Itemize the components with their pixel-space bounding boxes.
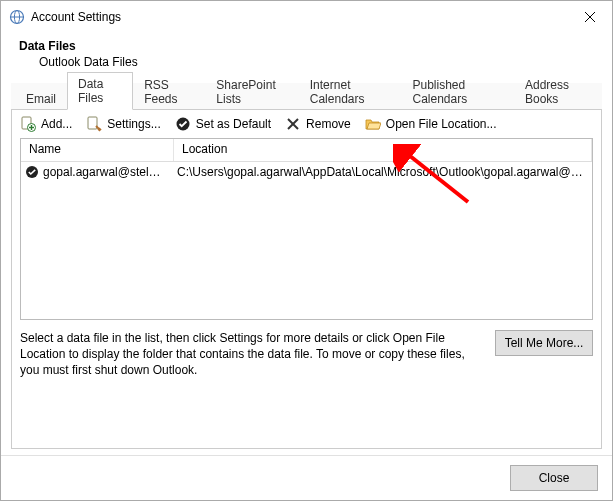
list-header: Name Location bbox=[21, 139, 592, 162]
data-files-list[interactable]: Name Location gopal.agarwal@stel bbox=[20, 138, 593, 320]
svg-rect-9 bbox=[88, 117, 97, 129]
tab-email[interactable]: Email bbox=[15, 87, 67, 110]
folder-open-icon bbox=[365, 116, 381, 132]
settings-label: Settings... bbox=[107, 117, 160, 131]
add-file-icon bbox=[20, 116, 36, 132]
dialog-footer: Close bbox=[1, 455, 612, 500]
help-row: Select a data file in the list, then cli… bbox=[12, 320, 601, 383]
row-name: gopal.agarwal@stell... bbox=[43, 165, 161, 179]
column-name[interactable]: Name bbox=[21, 139, 174, 161]
set-default-label: Set as Default bbox=[196, 117, 271, 131]
tabstrip: Email Data Files RSS Feeds SharePoint Li… bbox=[11, 83, 602, 110]
window-title: Account Settings bbox=[31, 10, 570, 24]
content-area: Email Data Files RSS Feeds SharePoint Li… bbox=[11, 83, 602, 449]
titlebar: Account Settings bbox=[1, 1, 612, 33]
account-settings-dialog: Account Settings Data Files Outlook Data… bbox=[0, 0, 613, 501]
add-button[interactable]: Add... bbox=[20, 116, 72, 132]
tab-address-books[interactable]: Address Books bbox=[514, 73, 602, 110]
check-circle-icon bbox=[175, 116, 191, 132]
remove-x-icon bbox=[285, 116, 301, 132]
table-row[interactable]: gopal.agarwal@stell... C:\Users\gopal.ag… bbox=[21, 162, 592, 182]
open-file-location-button[interactable]: Open File Location... bbox=[365, 116, 497, 132]
open-file-location-label: Open File Location... bbox=[386, 117, 497, 131]
tab-panel-data-files: Add... Settings... bbox=[11, 110, 602, 449]
settings-button[interactable]: Settings... bbox=[86, 116, 160, 132]
remove-button[interactable]: Remove bbox=[285, 116, 351, 132]
settings-file-icon bbox=[86, 116, 102, 132]
set-default-button[interactable]: Set as Default bbox=[175, 116, 271, 132]
header-title: Data Files bbox=[19, 39, 594, 53]
tab-published-calendars[interactable]: Published Calendars bbox=[401, 73, 514, 110]
header-subtitle: Outlook Data Files bbox=[19, 55, 594, 69]
add-label: Add... bbox=[41, 117, 72, 131]
help-text: Select a data file in the list, then cli… bbox=[20, 330, 485, 379]
close-window-button[interactable] bbox=[570, 2, 610, 32]
tell-me-more-button[interactable]: Tell Me More... bbox=[495, 330, 593, 356]
toolbar: Add... Settings... bbox=[12, 110, 601, 138]
close-button[interactable]: Close bbox=[510, 465, 598, 491]
remove-label: Remove bbox=[306, 117, 351, 131]
default-check-icon bbox=[25, 165, 39, 179]
tab-internet-calendars[interactable]: Internet Calendars bbox=[299, 73, 402, 110]
tab-sharepoint-lists[interactable]: SharePoint Lists bbox=[205, 73, 298, 110]
column-location[interactable]: Location bbox=[174, 139, 592, 161]
app-icon bbox=[9, 9, 25, 25]
tab-rss-feeds[interactable]: RSS Feeds bbox=[133, 73, 205, 110]
list-body: gopal.agarwal@stell... C:\Users\gopal.ag… bbox=[21, 162, 592, 319]
tab-data-files[interactable]: Data Files bbox=[67, 72, 133, 110]
row-location: C:\Users\gopal.agarwal\AppData\Local\Mic… bbox=[169, 165, 592, 179]
